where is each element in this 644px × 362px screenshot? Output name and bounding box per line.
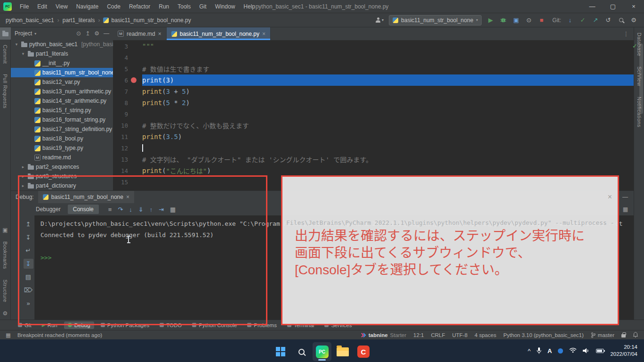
git-push-button[interactable]: ↗	[592, 16, 599, 24]
stripe-label-pull-requests[interactable]: Pull Requests	[2, 69, 8, 114]
start-button[interactable]	[271, 342, 290, 361]
minimize-button[interactable]: —	[582, 0, 603, 13]
tool-window-button-debug[interactable]: Debug	[64, 321, 94, 329]
taskbar-pycharm-button[interactable]: PC	[313, 342, 331, 361]
tray-status-dot[interactable]	[558, 348, 563, 354]
tree-item-readme-md[interactable]: Mreadme.md	[11, 153, 113, 162]
status-message[interactable]: Breakpoint reached (moments ago)	[17, 332, 102, 338]
breakpoint-area[interactable]	[128, 131, 140, 142]
tree-item-basic14-str-arithmetic-py[interactable]: basic14_str_arithmetic.py	[11, 96, 113, 106]
tool-window-button-todo[interactable]: TODO	[156, 321, 185, 329]
stop-button[interactable]: ■	[538, 16, 545, 24]
wifi-icon[interactable]	[569, 348, 577, 354]
tree-item-basic18-bool-py[interactable]: basic18_bool.py	[11, 134, 113, 143]
code-line[interactable]: 8print(5 * 2)	[113, 97, 634, 108]
layout-menu-icon[interactable]: ≡	[108, 206, 112, 213]
tree-item-basic13-num-arithmetic-py[interactable]: basic13_num_arithmetic.py	[11, 87, 113, 96]
project-tool-button[interactable]	[0, 27, 11, 40]
tree-item--init-py[interactable]: __init__.py	[11, 58, 113, 68]
git-commit-button[interactable]: ✓	[579, 16, 587, 24]
editor-scrollbar[interactable]	[639, 43, 643, 114]
breakpoint-area[interactable]	[128, 52, 140, 63]
breakpoint-area[interactable]	[128, 176, 140, 188]
profile-icon[interactable]: ▾	[375, 17, 384, 23]
breakpoint-area[interactable]	[128, 154, 140, 165]
stripe-label-bookmarks[interactable]: Bookmarks	[2, 236, 8, 274]
breakpoint-area[interactable]	[128, 41, 140, 52]
code-line[interactable]: 5# 数値は生で書きます	[113, 63, 634, 74]
close-tab-icon[interactable]: ×	[158, 31, 161, 37]
menu-git[interactable]: Git	[195, 0, 210, 13]
code-line[interactable]: 4	[113, 52, 634, 63]
code-line[interactable]: 7print(3 + 5)	[113, 86, 634, 97]
menu-code[interactable]: Code	[103, 0, 125, 13]
print-icon[interactable]: ▤	[24, 272, 33, 282]
stripe-settings-icon[interactable]: ⚙	[0, 307, 11, 320]
indent-select[interactable]: 4 spaces	[475, 332, 496, 338]
run-button[interactable]: ▶	[487, 16, 494, 24]
tree-item-python-basic-sec1[interactable]: ▾python_basic_sec1[python_basic_sec1]	[11, 40, 113, 49]
view-tab-debugger[interactable]: Debugger	[31, 205, 66, 214]
console-history-down-icon[interactable]: ↧	[24, 232, 33, 242]
tree-item-part1-literals[interactable]: ▾part1_literals	[11, 49, 113, 58]
hide-panel-icon[interactable]: —	[104, 30, 109, 37]
tool-window-button-problems[interactable]: Problems	[243, 321, 281, 329]
step-out-icon[interactable]: ↑	[150, 206, 153, 213]
coverage-button[interactable]: ▣	[512, 16, 520, 24]
breakpoint-area[interactable]	[128, 63, 140, 74]
tree-item-part3-structures[interactable]: ▸part3_structures	[11, 172, 113, 181]
search-everywhere-button[interactable]	[617, 18, 625, 22]
ime-mode-indicator[interactable]: A	[547, 347, 552, 354]
line-ending-select[interactable]: CRLF	[431, 332, 445, 338]
stripe-label-structure[interactable]: Structure	[2, 274, 8, 307]
tree-item-basic12-var-py[interactable]: basic12_var.py	[11, 77, 113, 87]
menu-window[interactable]: Window	[211, 0, 240, 13]
interpreter-select[interactable]: Python 3.10 (python_basic_sec1)	[503, 332, 584, 338]
menu-file[interactable]: File	[16, 0, 33, 13]
tree-item-basic16-format-string-py[interactable]: basic16_format_string.py	[11, 115, 113, 124]
code-line[interactable]: 11print(3.5)	[113, 131, 634, 142]
force-step-into-icon[interactable]: ⇓	[138, 206, 144, 213]
collapse-all-icon[interactable]: ↥	[85, 30, 90, 37]
menu-view[interactable]: View	[51, 0, 72, 13]
tree-item-basic17-string-definition-py[interactable]: basic17_string_definition.py	[11, 124, 113, 134]
maximize-button[interactable]: ▢	[603, 0, 623, 13]
scroll-to-end-icon[interactable]: ↧	[24, 259, 33, 269]
step-into-icon[interactable]: ↓	[129, 206, 132, 213]
code-line[interactable]: 3"""	[113, 41, 634, 52]
lock-icon[interactable]	[621, 334, 626, 337]
locate-file-icon[interactable]: ⊙	[76, 30, 81, 37]
project-panel-title[interactable]: Project	[15, 30, 32, 37]
panel-settings-icon[interactable]: ⚙	[94, 30, 99, 37]
view-breakpoints-icon[interactable]: ▦	[170, 206, 176, 213]
caret-position[interactable]: 12:1	[413, 332, 424, 338]
tree-item-basic19-type-py[interactable]: basic19_type.py	[11, 143, 113, 153]
clear-all-icon[interactable]: ⌦	[24, 285, 33, 295]
breadcrumb-item[interactable]: part1_literals	[63, 17, 95, 24]
menu-tools[interactable]: Tools	[173, 0, 195, 13]
close-tab-icon[interactable]: ×	[262, 31, 266, 37]
history-button[interactable]: ↺	[604, 16, 612, 24]
breakpoint-area[interactable]	[128, 86, 140, 97]
taskbar-explorer-button[interactable]	[333, 342, 352, 361]
taskbar-c-app-button[interactable]: C	[354, 342, 373, 361]
menu-edit[interactable]: Edit	[33, 0, 51, 13]
tree-item-basic15-f-string-py[interactable]: basic15_f_string.py	[11, 106, 113, 115]
soft-wrap-icon[interactable]: ↵	[24, 246, 33, 255]
menu-refactor[interactable]: Refactor	[125, 0, 154, 13]
breakpoint-area[interactable]	[128, 142, 140, 154]
close-button[interactable]: ×	[623, 0, 644, 13]
minimize-panel-icon[interactable]: —	[622, 194, 628, 200]
breakpoint-area[interactable]	[128, 74, 140, 86]
tabnine-widget[interactable]: tabnine Starter	[361, 332, 406, 338]
notifications-icon[interactable]	[633, 332, 638, 338]
git-update-button[interactable]: ↓	[566, 16, 574, 24]
tool-window-button-git[interactable]: Git	[14, 321, 35, 329]
view-tab-console[interactable]: Console	[68, 205, 99, 214]
breakpoint-area[interactable]	[128, 165, 140, 176]
taskbar-search-button[interactable]	[292, 342, 311, 361]
code-line[interactable]: 12	[113, 142, 634, 154]
more-actions-icon[interactable]: »	[24, 298, 33, 308]
tree-item-part2-sequences[interactable]: ▸part2_sequences	[11, 162, 113, 172]
close-icon[interactable]: ×	[126, 194, 129, 200]
